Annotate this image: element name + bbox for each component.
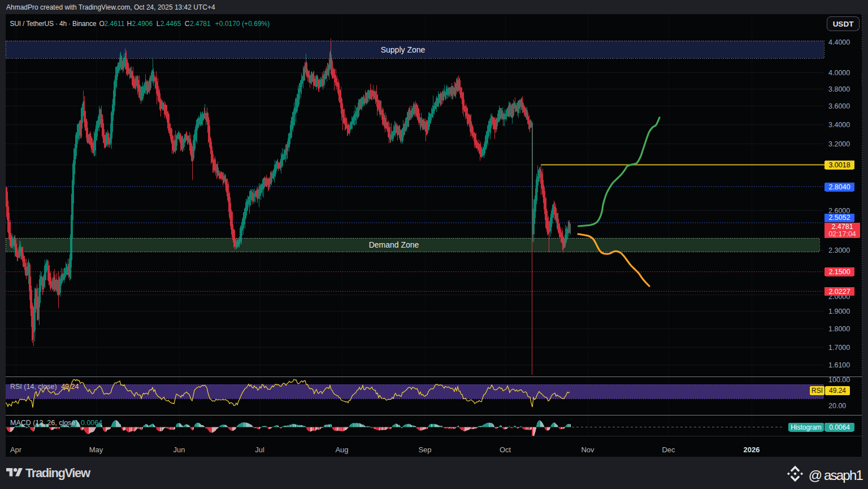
svg-text:RSI: RSI xyxy=(811,387,823,395)
svg-text:Supply Zone: Supply Zone xyxy=(381,45,426,54)
svg-text:Apr: Apr xyxy=(10,445,22,454)
svg-text:0.0064: 0.0064 xyxy=(829,423,850,431)
svg-text:3.8000: 3.8000 xyxy=(828,85,850,93)
svg-text:Dec: Dec xyxy=(662,445,675,454)
svg-text:2.3000: 2.3000 xyxy=(828,246,850,254)
svg-text:Histogram: Histogram xyxy=(791,423,822,431)
svg-text:TradingView: TradingView xyxy=(25,466,91,480)
svg-text:RSI (14, close) 49.24: RSI (14, close) 49.24 xyxy=(10,383,79,391)
svg-text:2.4781: 2.4781 xyxy=(190,20,211,28)
svg-text:2.4906: 2.4906 xyxy=(132,20,153,28)
svg-text:100.00: 100.00 xyxy=(828,376,850,384)
svg-text:4.0000: 4.0000 xyxy=(828,69,850,77)
svg-text:2.5052: 2.5052 xyxy=(828,214,850,222)
svg-text:3.0018: 3.0018 xyxy=(828,161,850,169)
svg-text:Oct: Oct xyxy=(500,445,511,454)
svg-text:SUI / TetherUS · 4h · Binance: SUI / TetherUS · 4h · Binance xyxy=(10,20,96,28)
svg-text:1.6100: 1.6100 xyxy=(828,361,850,369)
svg-text:3.2000: 3.2000 xyxy=(828,140,850,148)
svg-text:4.4000: 4.4000 xyxy=(828,38,850,46)
svg-text:C: C xyxy=(185,20,190,28)
svg-text:1.9000: 1.9000 xyxy=(828,308,850,315)
svg-text:Sep: Sep xyxy=(418,445,431,454)
svg-text:O: O xyxy=(99,20,105,28)
svg-text:2.4465: 2.4465 xyxy=(160,20,181,28)
svg-text:49.24: 49.24 xyxy=(829,387,846,395)
svg-text:2.1500: 2.1500 xyxy=(828,268,850,276)
svg-text:+0.0170 (+0.69%): +0.0170 (+0.69%) xyxy=(215,20,270,28)
svg-text:H: H xyxy=(127,20,132,28)
svg-text:Jul: Jul xyxy=(255,445,264,454)
svg-text:20.00: 20.00 xyxy=(828,402,846,410)
svg-text:2.0227: 2.0227 xyxy=(828,288,850,296)
svg-text:1.8000: 1.8000 xyxy=(828,325,850,333)
svg-text:2026: 2026 xyxy=(744,445,760,454)
svg-text:3.4000: 3.4000 xyxy=(828,121,850,129)
svg-text:MACD (12, 26, close) 0.0064: MACD (12, 26, close) 0.0064 xyxy=(10,419,102,427)
svg-text:1.7000: 1.7000 xyxy=(828,344,850,352)
svg-text:Aug: Aug xyxy=(335,445,348,454)
svg-text:USDT: USDT xyxy=(833,20,854,28)
svg-text:Jun: Jun xyxy=(173,445,185,454)
svg-text:2.8040: 2.8040 xyxy=(828,183,850,191)
svg-text:Nov: Nov xyxy=(581,445,594,454)
svg-text:3.6000: 3.6000 xyxy=(828,102,850,110)
svg-text:2.4611: 2.4611 xyxy=(105,20,125,28)
svg-text:May: May xyxy=(89,445,103,454)
svg-text:02:17:04: 02:17:04 xyxy=(828,230,856,238)
svg-text:Demand Zone: Demand Zone xyxy=(369,240,419,249)
